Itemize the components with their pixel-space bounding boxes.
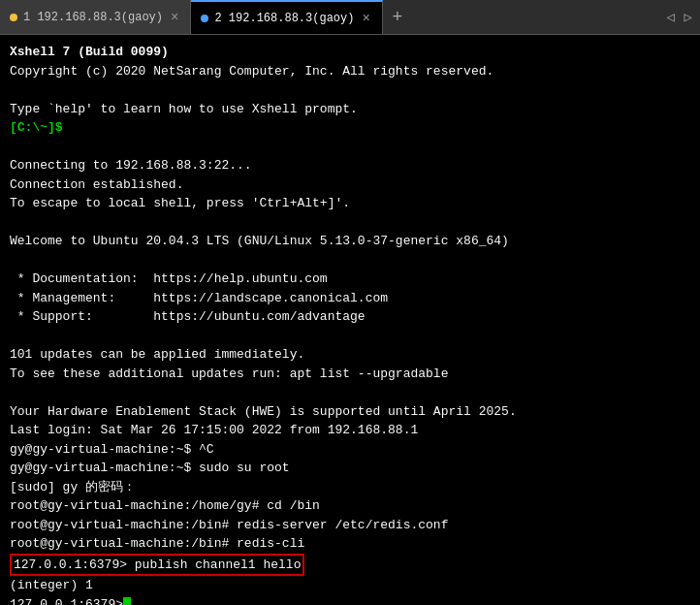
- terminal-line: Welcome to Ubuntu 20.04.3 LTS (GNU/Linux…: [10, 232, 690, 251]
- tab-bar: 1 192.168.88.3(gaoy) × 2 192.168.88.3(ga…: [0, 0, 700, 35]
- terminal-line: [10, 213, 690, 233]
- terminal-line: Connection established.: [10, 175, 690, 195]
- tab-2-dot: [201, 15, 208, 22]
- terminal-line: [10, 383, 690, 402]
- terminal-line: gy@gy-virtual-machine:~$ ^C: [10, 440, 690, 460]
- tab-1-close[interactable]: ×: [169, 10, 180, 25]
- terminal-header: Xshell 7 (Build 0099): [10, 45, 169, 59]
- terminal-line: To see these additional updates run: apt…: [10, 365, 690, 384]
- tab-nav-prev[interactable]: ◁: [662, 7, 678, 27]
- tab-2-close[interactable]: ×: [360, 11, 371, 26]
- terminal[interactable]: Xshell 7 (Build 0099)Copyright (c) 2020 …: [0, 35, 700, 605]
- terminal-line: (integer) 1: [10, 576, 690, 595]
- terminal-cursor: [123, 597, 131, 605]
- tab-nav-controls: ◁ ▷: [662, 0, 700, 34]
- terminal-line: Your Hardware Enablement Stack (HWE) is …: [10, 402, 690, 422]
- terminal-line: Last login: Sat Mar 26 17:15:00 2022 fro…: [10, 421, 690, 440]
- tab-nav-next[interactable]: ▷: [681, 7, 696, 27]
- terminal-line: [10, 138, 690, 157]
- terminal-line: root@gy-virtual-machine:/bin# redis-serv…: [10, 516, 690, 535]
- terminal-line: [10, 80, 690, 100]
- terminal-line: gy@gy-virtual-machine:~$ sudo su root: [10, 459, 690, 478]
- terminal-line: Xshell 7 (Build 0099): [10, 43, 690, 62]
- terminal-line: [10, 327, 690, 346]
- terminal-line: root@gy-virtual-machine:/bin# redis-cli: [10, 534, 690, 554]
- red-box-command: 127.0.0.1:6379> publish channel1 hello: [10, 554, 304, 577]
- terminal-line: 127.0.0.1:6379>: [10, 595, 690, 606]
- terminal-line: Connecting to 192.168.88.3:22...: [10, 156, 690, 175]
- terminal-line: 127.0.0.1:6379> publish channel1 hello: [10, 554, 690, 577]
- terminal-line: * Management: https://landscape.canonica…: [10, 289, 690, 308]
- terminal-line: Type `help' to learn how to use Xshell p…: [10, 100, 690, 119]
- terminal-line: root@gy-virtual-machine:/home/gy# cd /bi…: [10, 496, 690, 516]
- terminal-line: To escape to local shell, press 'Ctrl+Al…: [10, 194, 690, 213]
- tab-2-label: 2 192.168.88.3(gaoy): [214, 12, 354, 25]
- tab-2[interactable]: 2 192.168.88.3(gaoy) ×: [191, 0, 382, 34]
- terminal-line: * Documentation: https://help.ubuntu.com: [10, 270, 690, 289]
- terminal-line: [sudo] gy 的密码：: [10, 478, 690, 497]
- add-tab-button[interactable]: +: [383, 0, 412, 34]
- prompt-local: [C:\~]$: [10, 120, 63, 135]
- terminal-line: 101 updates can be applied immediately.: [10, 345, 690, 365]
- tab-1[interactable]: 1 192.168.88.3(gaoy) ×: [0, 0, 191, 34]
- terminal-line: [10, 251, 690, 271]
- terminal-line: Copyright (c) 2020 NetSarang Computer, I…: [10, 62, 690, 81]
- terminal-line: [C:\~]$: [10, 118, 690, 138]
- tab-1-label: 1 192.168.88.3(gaoy): [23, 11, 163, 24]
- tab-1-dot: [10, 14, 17, 21]
- terminal-line: * Support: https://ubuntu.com/advantage: [10, 307, 690, 327]
